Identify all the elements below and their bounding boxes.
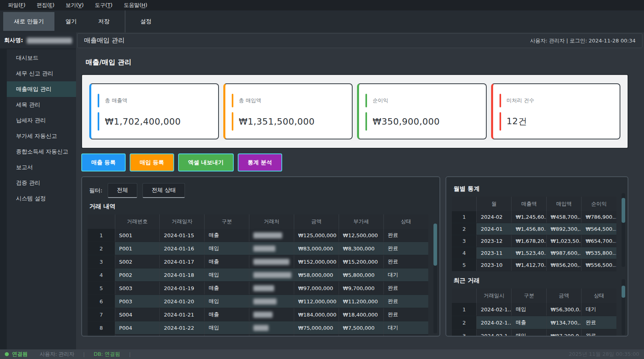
redacted-text xyxy=(253,246,275,252)
stat-label-row: 순이익 xyxy=(365,94,479,107)
transaction-cell: 2024-01-21 xyxy=(160,308,205,321)
filter-select[interactable]: 전체 xyxy=(108,183,137,198)
recent-cell: ₩56,300,0… xyxy=(546,303,581,316)
recent-cell: 매출 xyxy=(512,316,546,329)
monthly-row-number: 5 xyxy=(452,259,477,271)
transaction-row[interactable]: 1S0012024-01-15매출₩125,000,000₩12,500,000… xyxy=(88,229,428,242)
toolbar-button[interactable]: 열기 xyxy=(54,12,87,31)
transaction-row[interactable]: 8P0042024-01-22매입₩75,000,000₩7,500,000대기 xyxy=(88,321,428,335)
transaction-cell: 완료 xyxy=(383,242,428,255)
transaction-row[interactable]: 7S0042024-01-21매출₩184,000,000₩18,400,000… xyxy=(88,308,428,321)
menu-t[interactable]: 도구(T) xyxy=(89,0,118,10)
monthly-row[interactable]: 22024-01₩1,456,80…₩892,300,…₩564,500… xyxy=(452,223,616,235)
transaction-cell xyxy=(249,255,294,268)
sidebar-item[interactable]: 보고서 xyxy=(7,159,76,175)
menu-h[interactable]: 도움말(H) xyxy=(118,0,153,10)
transaction-cell: ₩83,000,000 xyxy=(294,242,339,255)
transaction-row-number: 8 xyxy=(88,321,115,335)
stat-label: 총 매출액 xyxy=(105,97,127,104)
action-button[interactable]: 매출 등록 xyxy=(81,153,126,171)
menu-v[interactable]: 보기(V) xyxy=(60,0,89,10)
transaction-cell xyxy=(249,295,294,308)
sidebar-item[interactable]: 종합소득세 자동신고 xyxy=(7,144,76,159)
monthly-row[interactable]: 32023-12₩1,678,20…₩1,023,50…₩654,700… xyxy=(452,235,616,247)
stat-value-row: ₩1,702,400,000 xyxy=(98,112,211,131)
transactions-scrollbar[interactable] xyxy=(433,224,437,333)
recent-row[interactable]: 22024-02-1…매출₩134,700,…완료 xyxy=(452,316,616,329)
connection-status-dot xyxy=(5,352,9,356)
stat-label-row: 미처리 건수 xyxy=(500,94,613,107)
transaction-cell: 2024-01-22 xyxy=(160,321,205,335)
transaction-cell: 매출 xyxy=(205,255,249,268)
toolbar: 새로 만들기열기저장 설정 xyxy=(0,10,644,32)
menu-f[interactable]: 파일(F) xyxy=(2,0,31,10)
transaction-cell: ₩13,600,000 xyxy=(339,335,383,337)
recent-row[interactable]: 32024-02-1…매입₩87,200,0…완료 xyxy=(452,329,616,337)
transaction-column-header: 거래번호 xyxy=(115,214,160,229)
transaction-row-number: 6 xyxy=(88,295,115,308)
scrollbar-thumb[interactable] xyxy=(622,198,625,223)
app-window: 파일(F)편집(E)보기(V)도구(T)도움말(H) 새로 만들기열기저장 설정… xyxy=(0,0,644,359)
transaction-row[interactable]: 3S0022024-01-17매출₩152,000,000₩15,200,000… xyxy=(88,255,428,268)
monthly-stats-table-container: 월매출액매입액순이익12024-02₩1,245,60…₩458,700,…₩7… xyxy=(452,197,622,271)
transaction-cell: 완료 xyxy=(383,255,428,268)
transaction-cell: ₩125,000,000 xyxy=(294,229,339,242)
action-button[interactable]: 통계 분석 xyxy=(238,153,282,171)
scrollbar-thumb[interactable] xyxy=(433,224,437,266)
transaction-cell: ₩75,000,000 xyxy=(294,321,339,335)
transaction-row[interactable]: 9S0052024-01-23매출₩136,000,000₩13,600,000… xyxy=(88,335,428,337)
monthly-row[interactable]: 52023-10₩1,412,70…₩856,200,…₩556,500… xyxy=(452,259,616,271)
monthly-cell: ₩1,456,80… xyxy=(512,223,546,235)
stat-value-row: ₩350,900,000 xyxy=(365,112,479,131)
sidebar-item[interactable]: 검증 관리 xyxy=(7,175,76,191)
transaction-cell xyxy=(249,268,294,282)
sidebar-item[interactable]: 세목 관리 xyxy=(7,97,76,113)
recent-column-header: 구분 xyxy=(512,288,546,303)
monthly-cell: ₩1,245,60… xyxy=(512,211,546,223)
monthly-row[interactable]: 12024-02₩1,245,60…₩458,700,…₩786,900… xyxy=(452,211,616,223)
sidebar-item[interactable]: 대시보드 xyxy=(7,50,76,66)
action-button[interactable]: 엑셀 내보내기 xyxy=(178,153,234,171)
transaction-column-header: 부가세 xyxy=(339,214,383,229)
transaction-cell: ₩15,200,000 xyxy=(339,255,383,268)
monthly-cell: 2023-10 xyxy=(477,259,512,271)
toolbar-button[interactable]: 설정 xyxy=(129,12,162,31)
monthly-scrollbar[interactable] xyxy=(622,193,625,267)
recent-cell: ₩87,200,0… xyxy=(546,329,581,337)
sidebar-menu: 대시보드세무 신고 관리매출매입 관리세목 관리납세자 관리부가세 자동신고종합… xyxy=(7,49,76,349)
sidebar-item[interactable]: 납세자 관리 xyxy=(7,113,76,128)
toolbar-button[interactable]: 새로 만들기 xyxy=(3,12,54,31)
recent-transactions-table-container: 거래일시구분금액상태12024-02-1…매입₩56,300,0…대기22024… xyxy=(452,288,622,337)
sidebar-item[interactable]: 부가세 자동신고 xyxy=(7,128,76,144)
monthly-cell: ₩856,200,… xyxy=(546,259,581,271)
action-button[interactable]: 매입 등록 xyxy=(130,153,174,171)
transaction-cell: 매입 xyxy=(205,321,249,335)
sidebar-item[interactable]: 세무 신고 관리 xyxy=(7,66,76,81)
stat-label: 총 매입액 xyxy=(239,97,261,104)
stat-label-row: 총 매출액 xyxy=(98,94,211,107)
transaction-row[interactable]: 4P0022024-01-18매입₩58,000,000₩5,800,000대기 xyxy=(88,268,428,282)
stat-accent-tick xyxy=(500,94,501,107)
recent-scrollbar[interactable] xyxy=(622,279,625,335)
recent-cell: 완료 xyxy=(582,316,616,329)
sidebar-item[interactable]: 매출매입 관리 xyxy=(7,81,76,97)
transaction-cell: 2024-01-19 xyxy=(160,282,205,295)
transaction-column-header xyxy=(88,214,115,229)
monthly-row[interactable]: 42023-11₩1,523,40…₩987,600,…₩535,800… xyxy=(452,247,616,259)
toolbar-button[interactable]: 저장 xyxy=(87,12,120,31)
menu-e[interactable]: 편집(E) xyxy=(31,0,60,10)
transaction-row[interactable]: 6P0032024-01-20매입₩112,000,000₩11,200,000… xyxy=(88,295,428,308)
transaction-cell: P004 xyxy=(115,321,160,335)
sidebar-item[interactable]: 시스템 설정 xyxy=(7,191,76,206)
recent-table: 거래일시구분금액상태12024-02-1…매입₩56,300,0…대기22024… xyxy=(452,288,616,337)
recent-row[interactable]: 12024-02-1…매입₩56,300,0…대기 xyxy=(452,303,616,316)
scrollbar-thumb[interactable] xyxy=(622,286,625,298)
transaction-cell: ₩97,000,000 xyxy=(294,282,339,295)
filter-options: 전체전체 상태 xyxy=(108,183,190,198)
transaction-row[interactable]: 5S0032024-01-19매출₩97,000,000₩9,700,000완료 xyxy=(88,282,428,295)
user-login-info: 사용자: 관리자 | 로그인: 2024-11-28 00:34 xyxy=(530,37,636,44)
filter-select[interactable]: 전체 상태 xyxy=(142,183,185,198)
stat-accent-tick xyxy=(98,112,99,131)
transaction-row[interactable]: 2P0012024-01-16매입₩83,000,000₩8,300,000완료 xyxy=(88,242,428,255)
transaction-column-header: 상태 xyxy=(383,214,428,229)
